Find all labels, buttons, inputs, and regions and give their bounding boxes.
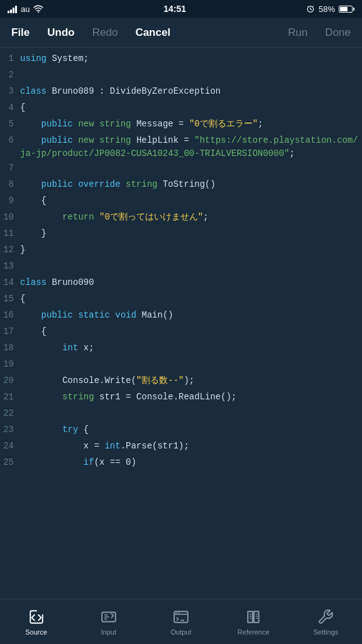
settings-icon bbox=[317, 608, 334, 626]
file-button[interactable]: File bbox=[5, 23, 36, 43]
code-line-8: 8 public override string ToString() bbox=[0, 177, 362, 194]
tab-settings-label: Settings bbox=[314, 628, 339, 636]
cancel-button[interactable]: Cancel bbox=[129, 23, 177, 43]
tab-input[interactable]: Input bbox=[72, 599, 145, 644]
code-line-21: 21 string str1 = Console.ReadLine(); bbox=[0, 390, 362, 406]
svg-point-4 bbox=[175, 612, 177, 613]
code-line-2: 2 bbox=[0, 68, 362, 84]
code-line-3: 3 class Bruno089 : DivideByZeroException bbox=[0, 84, 362, 101]
code-line-20: 20 Console.Write("割る数--"); bbox=[0, 374, 362, 390]
status-bar: au 14:51 58% bbox=[0, 0, 362, 18]
code-line-22: 22 bbox=[0, 406, 362, 423]
code-line-5: 5 public new string Message = "0で割るエラー"; bbox=[0, 117, 362, 133]
run-button[interactable]: Run bbox=[282, 23, 314, 43]
code-line-16: 16 public static void Main() bbox=[0, 308, 362, 325]
code-editor[interactable]: 1 using System; 2 3 class Bruno089 : Div… bbox=[0, 48, 362, 599]
reference-icon bbox=[244, 608, 262, 626]
input-icon bbox=[100, 608, 118, 626]
tab-reference-label: Reference bbox=[238, 628, 270, 636]
tab-reference[interactable]: Reference bbox=[217, 599, 290, 644]
tab-source[interactable]: Source bbox=[0, 599, 72, 644]
status-right: 58% bbox=[306, 4, 354, 14]
code-line-1: 1 using System; bbox=[0, 52, 362, 68]
svg-point-5 bbox=[178, 612, 180, 613]
battery-icon bbox=[339, 6, 354, 13]
status-left: au bbox=[8, 4, 43, 14]
code-line-11: 11 } bbox=[0, 226, 362, 243]
output-icon bbox=[172, 608, 190, 626]
code-line-24: 24 x = int.Parse(str1); bbox=[0, 439, 362, 455]
tab-bar: Source Input Output bbox=[0, 599, 362, 644]
source-icon bbox=[28, 608, 45, 626]
tab-input-label: Input bbox=[101, 628, 116, 636]
tab-settings[interactable]: Settings bbox=[290, 599, 362, 644]
code-line-17: 17 { bbox=[0, 325, 362, 341]
toolbar: File Undo Redo Cancel Run Done bbox=[0, 18, 362, 48]
carrier-label: au bbox=[21, 4, 30, 14]
svg-point-0 bbox=[38, 11, 39, 13]
redo-button[interactable]: Redo bbox=[86, 23, 124, 43]
battery-label: 58% bbox=[319, 4, 335, 14]
tab-output-label: Output bbox=[170, 628, 191, 636]
tab-source-label: Source bbox=[25, 628, 47, 636]
code-scroll[interactable]: 1 using System; 2 3 class Bruno089 : Div… bbox=[0, 48, 362, 599]
status-time: 14:51 bbox=[163, 4, 186, 14]
code-line-6: 6 public new string HelpLink = "https://… bbox=[0, 133, 362, 161]
code-line-12: 12 } bbox=[0, 243, 362, 259]
code-line-25: 25 if(x == 0) bbox=[0, 455, 362, 472]
code-line-18: 18 int x; bbox=[0, 341, 362, 357]
code-line-15: 15 { bbox=[0, 292, 362, 308]
code-line-7: 7 bbox=[0, 161, 362, 177]
wifi-icon bbox=[33, 4, 43, 14]
alarm-icon bbox=[306, 4, 315, 13]
signal-icon bbox=[8, 4, 17, 13]
undo-button[interactable]: Undo bbox=[41, 23, 80, 43]
code-line-9: 9 { bbox=[0, 194, 362, 210]
done-button[interactable]: Done bbox=[319, 23, 357, 43]
code-line-14: 14 class Bruno090 bbox=[0, 275, 362, 292]
code-line-4: 4 { bbox=[0, 101, 362, 117]
code-line-19: 19 bbox=[0, 357, 362, 374]
code-line-13: 13 bbox=[0, 259, 362, 275]
tab-output[interactable]: Output bbox=[145, 599, 217, 644]
code-line-10: 10 return "0で割ってはいけません"; bbox=[0, 210, 362, 226]
code-line-23: 23 try { bbox=[0, 423, 362, 439]
